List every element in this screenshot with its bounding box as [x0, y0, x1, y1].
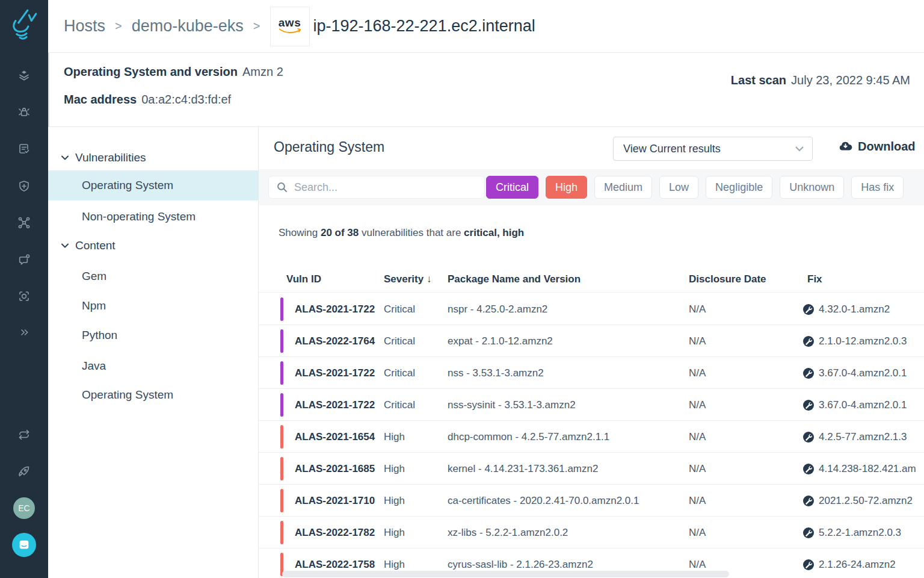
filter-chip-low[interactable]: Low — [659, 176, 698, 199]
severity-cell: High — [384, 421, 405, 453]
user-avatar[interactable]: EC — [13, 497, 35, 519]
fix-text: 2.1.26-24.amzn2 — [819, 548, 896, 578]
nav-item-vuln-operating-system[interactable]: Operating System — [48, 170, 258, 200]
search-input[interactable] — [294, 181, 469, 194]
view-results-value: View Current results — [623, 143, 721, 155]
severity-filter-chips: Critical High Medium Low Negligible Unkn… — [486, 176, 904, 199]
nav-item-non-operating-system[interactable]: Non-operating System — [48, 202, 258, 232]
disclosure-cell: N/A — [689, 389, 706, 421]
last-scan-value: July 23, 2022 9:45 AM — [791, 73, 910, 87]
chevron-down-icon — [795, 146, 804, 152]
table-row[interactable]: ALAS-2021-1654 High dhcp-common - 4.2.5-… — [259, 421, 924, 453]
sysdig-logo-icon[interactable] — [7, 6, 41, 40]
col-header-disclosure[interactable]: Disclosure Date — [689, 273, 766, 285]
fix-text: 4.14.238-182.421.am — [819, 453, 916, 485]
layers-icon[interactable] — [17, 68, 31, 82]
app-sidebar: EC — [0, 0, 48, 578]
disclosure-cell: N/A — [689, 421, 706, 453]
filter-chip-critical[interactable]: Critical — [486, 176, 538, 199]
network-topology-icon[interactable] — [17, 216, 31, 230]
col-header-severity[interactable]: Severity ↓ — [384, 273, 431, 285]
summary-middle: vulnerabilities that are — [362, 227, 461, 238]
disclosure-cell: N/A — [689, 293, 706, 325]
nav-item-python[interactable]: Python — [48, 320, 258, 350]
support-chat-icon[interactable] — [12, 533, 36, 557]
nav-group-content[interactable]: Content — [48, 232, 258, 259]
results-nav-panel: Vulnerabilities Operating System Non-ope… — [48, 127, 259, 578]
fix-wrench-icon — [803, 304, 814, 315]
table-row[interactable]: ALAS-2021-1722 Critical nss - 3.53.1-3.a… — [259, 357, 924, 389]
breadcrumb-cluster-link[interactable]: demo-kube-eks — [132, 17, 244, 36]
nav-item-content-operating-system[interactable]: Operating System — [48, 380, 258, 410]
col-header-package[interactable]: Package Name and Version — [448, 273, 581, 285]
expand-sidebar-chevrons-icon[interactable] — [17, 325, 31, 340]
severity-color-bar — [280, 297, 283, 321]
app-window: EC Hosts > demo-kube-eks > aws ip-192-16… — [0, 0, 924, 578]
results-summary: Showing 20 of 38 vulnerabilities that ar… — [279, 227, 524, 239]
fix-text: 4.32.0-1.amzn2 — [819, 293, 890, 325]
os-version-line: Operating System and versionAmzn 2 — [64, 65, 283, 79]
host-info-section: Operating System and versionAmzn 2 Mac a… — [48, 53, 924, 127]
table-row[interactable]: ALAS-2021-1722 Critical nss-sysinit - 3.… — [259, 389, 924, 421]
filter-chip-medium[interactable]: Medium — [594, 176, 652, 199]
aws-provider-icon: aws — [270, 7, 310, 46]
download-button[interactable]: Download — [838, 139, 916, 154]
horizontal-scrollbar[interactable] — [282, 571, 729, 577]
nav-item-gem[interactable]: Gem — [48, 261, 258, 291]
package-cell: kernel - 4.14.231-173.361.amzn2 — [448, 453, 598, 485]
nav-item-npm[interactable]: Npm — [48, 291, 258, 321]
table-row[interactable]: ALAS-2021-1685 High kernel - 4.14.231-17… — [259, 453, 924, 485]
main-panel: Operating System View Current results Do… — [259, 127, 924, 578]
fix-wrench-icon — [803, 527, 814, 538]
fix-cell: 2.1.0-12.amzn2.0.3 — [803, 325, 924, 357]
download-label: Download — [858, 140, 916, 154]
vulnerability-bug-icon[interactable] — [17, 105, 31, 119]
chevron-down-icon — [61, 243, 69, 248]
table-row[interactable]: ALAS-2022-1782 High xz-libs - 5.2.2-1.am… — [259, 517, 924, 548]
package-cell: nss-sysinit - 3.53.1-3.amzn2 — [448, 389, 576, 421]
breadcrumb: Hosts > demo-kube-eks > aws ip-192-168-2… — [48, 0, 924, 53]
panel-title: Operating System — [274, 139, 384, 155]
capture-scan-icon[interactable] — [17, 289, 31, 303]
table-row[interactable]: ALAS-2021-1710 High ca-certificates - 20… — [259, 485, 924, 517]
fix-wrench-icon — [803, 559, 814, 570]
policy-report-icon[interactable] — [17, 141, 31, 156]
col-header-vuln-id[interactable]: Vuln ID — [286, 273, 321, 285]
summary-count: 20 of 38 — [321, 227, 359, 238]
table-header-row: Vuln ID Severity ↓ Package Name and Vers… — [259, 270, 924, 293]
col-header-fix[interactable]: Fix — [807, 273, 822, 285]
severity-cell: Critical — [384, 357, 415, 389]
fix-wrench-icon — [803, 336, 814, 347]
filter-chip-high[interactable]: High — [546, 176, 587, 199]
filter-chip-has-fix[interactable]: Has fix — [851, 176, 904, 199]
fix-cell: 4.32.0-1.amzn2 — [803, 293, 924, 325]
shield-plus-icon[interactable] — [17, 179, 31, 193]
fix-wrench-icon — [803, 496, 814, 506]
package-cell: dhcp-common - 4.2.5-77.amzn2.1.1 — [448, 421, 609, 453]
sync-repeat-icon[interactable] — [17, 427, 31, 442]
rocket-icon[interactable] — [17, 464, 31, 479]
breadcrumb-hosts-link[interactable]: Hosts — [64, 17, 105, 36]
search-box — [268, 176, 485, 199]
disclosure-cell: N/A — [689, 517, 706, 548]
view-results-dropdown[interactable]: View Current results — [613, 137, 813, 161]
vuln-id-cell: ALAS-2021-1654 — [295, 421, 375, 453]
fix-wrench-icon — [803, 464, 814, 474]
last-scan-label: Last scan — [731, 73, 786, 87]
os-version-value: Amzn 2 — [242, 65, 283, 78]
fix-text: 2021.2.50-72.amzn2 — [819, 485, 913, 517]
disclosure-cell: N/A — [689, 453, 706, 485]
nav-group-vulnerabilities[interactable]: Vulnerabilities — [48, 144, 258, 172]
nav-item-java[interactable]: Java — [48, 351, 258, 381]
summary-prefix: Showing — [279, 227, 318, 238]
table-row[interactable]: ALAS-2021-1722 Critical nspr - 4.25.0-2.… — [259, 293, 924, 325]
filter-chip-negligible[interactable]: Negligible — [706, 176, 772, 199]
breadcrumb-separator: > — [253, 19, 260, 33]
severity-cell: High — [384, 453, 405, 485]
chat-notification-icon[interactable] — [17, 252, 31, 267]
filter-chip-unknown[interactable]: Unknown — [780, 176, 844, 199]
package-cell: expat - 2.1.0-12.amzn2 — [448, 325, 553, 357]
mac-address-value: 0a:a2:c4:d3:fd:ef — [141, 93, 231, 106]
table-row[interactable]: ALAS-2022-1764 Critical expat - 2.1.0-12… — [259, 325, 924, 357]
fix-cell: 5.2.2-1.amzn2.0.3 — [803, 517, 924, 548]
